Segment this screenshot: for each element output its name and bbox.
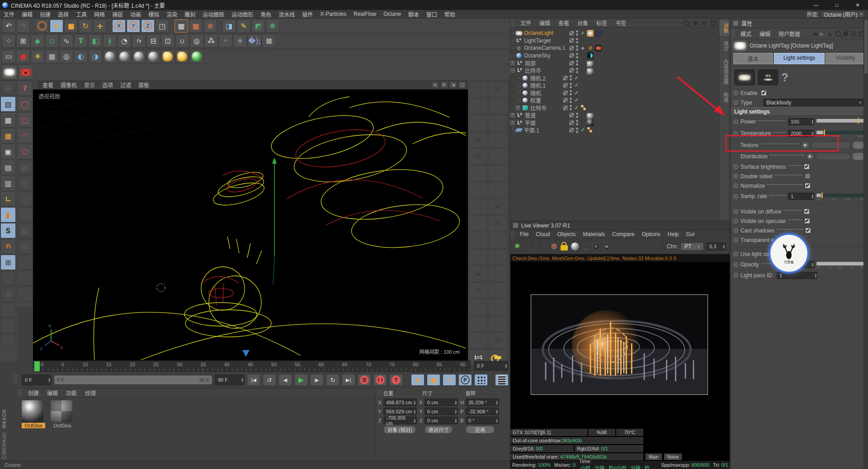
lv-menu-options[interactable]: Options (638, 231, 664, 237)
menu-simulate[interactable]: 模拟 (145, 10, 163, 18)
temperature-slider[interactable]: 6500.012000 (816, 130, 864, 137)
layer-toggle[interactable] (569, 31, 574, 36)
menu-xparticles[interactable]: X-Particles (316, 11, 350, 17)
tool-slot3-icon[interactable] (17, 191, 33, 207)
help-icon[interactable]: ? (781, 71, 788, 85)
z-axis-lock-icon[interactable] (141, 19, 155, 33)
loop-icon[interactable] (326, 374, 340, 386)
strip-icon-24[interactable] (488, 265, 507, 282)
menu-script[interactable]: 脚本 (405, 10, 423, 18)
timeline-ruler[interactable]: 05 1015 2025 3035 4045 5055 6065 7075 80… (33, 360, 471, 372)
magnet-icon[interactable] (0, 239, 16, 254)
parent-up-icon[interactable]: ▲ (827, 30, 833, 37)
strip-icon-11[interactable] (469, 165, 488, 181)
octane-dialog-icon[interactable] (2, 50, 15, 63)
strip-icon-2[interactable] (488, 81, 507, 98)
layer-toggle[interactable] (569, 61, 574, 66)
object-name[interactable]: OctaneSky (524, 52, 551, 59)
extrude-icon[interactable] (89, 34, 102, 47)
visibility-dots[interactable] (576, 128, 578, 133)
keyframe-presets-icon[interactable] (495, 374, 509, 386)
power-slider[interactable] (816, 118, 864, 125)
viewport-grip[interactable] (33, 81, 37, 89)
object-row[interactable]: +L⁰局部 (510, 59, 719, 67)
tab-noise[interactable]: Noise (664, 454, 682, 460)
menu-realflow[interactable]: RealFlow (350, 11, 380, 17)
history-back-icon[interactable]: ◀ (812, 30, 817, 37)
menu-snap[interactable]: 捕捉 (108, 10, 127, 18)
om-menu-file[interactable]: 文件 (516, 19, 535, 27)
strip-icon-16[interactable] (488, 199, 507, 215)
object-row[interactable]: –OctaneSky (510, 52, 719, 60)
object-row[interactable]: –L⁰LightTarget (510, 37, 719, 45)
menu-motion-tracker[interactable]: 运动跟踪 (199, 10, 228, 18)
correction-icon[interactable] (262, 34, 276, 47)
strip-icon-13[interactable] (469, 182, 488, 198)
layer-toggle[interactable] (569, 38, 574, 43)
record-keyframe-icon[interactable] (358, 374, 371, 386)
menu-window[interactable]: 窗口 (423, 10, 441, 18)
frame-range-slider[interactable]: 0 F90 F (54, 375, 212, 385)
viewport-menu-view[interactable]: 查看 (39, 81, 57, 89)
arealight-type-button[interactable] (734, 69, 755, 85)
viewport-menu-filter[interactable]: 过滤 (117, 81, 135, 89)
attr-menu-edit[interactable]: 编辑 (755, 30, 774, 38)
text-tool-icon[interactable] (74, 34, 88, 47)
octane-emission2-icon[interactable] (175, 50, 189, 63)
octane-glossy-material-icon[interactable] (118, 50, 131, 63)
pos-x-field[interactable]: 498.873 cm▴▾ (383, 398, 417, 406)
opacity-slider[interactable]: 0.20.40.60.81.0 (816, 261, 864, 268)
layer-toggle[interactable] (569, 128, 574, 133)
protection-tag-icon[interactable]: ⊘ (587, 45, 594, 52)
play-backwards-icon[interactable] (263, 374, 276, 386)
dots-tag-icon[interactable] (587, 127, 594, 133)
om-menu-bookmarks[interactable]: 书签 (611, 19, 630, 27)
octane-camera-icon[interactable] (18, 65, 33, 80)
distribution-browse-button[interactable]: ... (853, 153, 864, 160)
materials-grip[interactable] (18, 388, 22, 397)
coords-grip[interactable] (377, 389, 382, 395)
last-tool-icon[interactable] (93, 19, 107, 33)
object-name[interactable]: 随机 (530, 89, 541, 97)
strip-icon-6[interactable] (488, 115, 507, 131)
octane-target-icon[interactable] (60, 50, 73, 63)
menu-help[interactable]: 帮助 (441, 10, 459, 18)
anim-knob-icon[interactable] (733, 262, 738, 267)
strip-icon-22[interactable] (488, 249, 507, 265)
anim-knob-icon[interactable] (733, 237, 738, 242)
om-add-icon[interactable] (711, 20, 716, 26)
lv-menu-compare[interactable]: Compare (609, 231, 638, 237)
menu-create[interactable]: 创建 (36, 10, 54, 18)
record-scale-icon[interactable] (427, 374, 440, 386)
tab-visibility[interactable]: Visibility (826, 53, 865, 64)
octane-emission-icon[interactable] (161, 50, 175, 63)
collapse-icon[interactable]: − (510, 68, 514, 72)
visibility-dots[interactable] (576, 60, 578, 66)
attributes-grip[interactable] (731, 28, 735, 39)
light-tag-icon[interactable] (587, 30, 594, 37)
visibility-dots[interactable] (576, 30, 578, 36)
polygon-select-icon[interactable] (17, 144, 33, 159)
layer-toggle[interactable] (569, 46, 574, 51)
viewport-orbit-icon[interactable] (440, 81, 448, 88)
size-mode-dropdown[interactable]: 绝对尺寸 (425, 426, 453, 434)
object-name[interactable]: OctaneCamera.1 (524, 45, 565, 51)
object-row[interactable]: –权重 ✓ (510, 97, 719, 104)
strip-icon-32[interactable] (488, 332, 507, 349)
maximize-button[interactable]: □ (826, 0, 847, 10)
make-editable-icon[interactable] (0, 81, 16, 96)
python-icon[interactable] (248, 34, 261, 47)
primitive-cube-icon[interactable] (222, 19, 236, 33)
live-select-icon[interactable] (17, 96, 33, 112)
autokey-icon[interactable] (373, 374, 387, 386)
size-y-field[interactable]: 0 cm▴▾ (425, 407, 458, 415)
pause-render-icon[interactable] (533, 242, 538, 251)
transport-grip[interactable] (14, 373, 18, 384)
object-row[interactable]: –随机.2 ✓ (510, 74, 719, 82)
tab-light-settings[interactable]: Light settings (774, 53, 825, 64)
object-name[interactable]: 平面.1 (524, 126, 539, 134)
modifiers-icon[interactable] (266, 19, 279, 33)
materials-menu-edit[interactable]: 编辑 (43, 389, 62, 397)
strip-icon-31[interactable] (469, 332, 488, 349)
strip-icon-25[interactable] (469, 282, 488, 298)
